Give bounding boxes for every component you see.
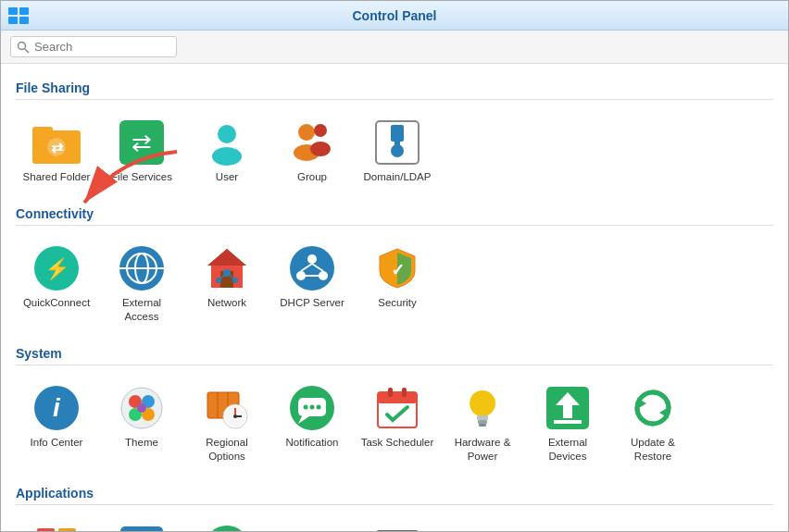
security-icon-wrap: ✓ — [373, 244, 421, 292]
system-grid: i Info Center Them — [16, 371, 773, 476]
external-devices-label: External Devices — [531, 436, 605, 464]
domain-ldap-icon-wrap — [373, 118, 421, 167]
regional-options-label: Regional Options — [190, 436, 264, 464]
icon-item-theme[interactable]: Theme — [101, 378, 182, 469]
search-input[interactable] — [34, 40, 164, 54]
update-restore-icon-wrap — [629, 384, 677, 432]
svg-point-17 — [314, 124, 327, 137]
svg-rect-85 — [120, 526, 163, 531]
indexing-service-icon-wrap — [203, 524, 251, 531]
application-portal-icon-wrap — [118, 524, 166, 531]
icon-item-security[interactable]: ✓ Security — [357, 239, 438, 329]
icon-item-shared-folder[interactable]: ⇄ Shared Folder — [16, 113, 97, 190]
icon-item-task-scheduler[interactable]: Task Scheduler — [357, 378, 438, 469]
connectivity-grid: ⚡ QuickConnect External Access — [16, 231, 773, 337]
icon-item-privileges[interactable]: Privileges — [16, 518, 97, 531]
update-restore-icon — [630, 385, 676, 431]
svg-rect-22 — [394, 142, 400, 149]
applications-grid: Privileges Application Portal — [16, 511, 773, 531]
shared-folder-sync-icon — [289, 525, 335, 531]
regional-options-icon-wrap — [203, 384, 251, 432]
quickconnect-label: QuickConnect — [23, 296, 90, 310]
shared-folder-icon-wrap: ⇄ — [32, 118, 81, 167]
svg-rect-8 — [32, 127, 53, 138]
icon-item-terminal-snmp[interactable]: >_ Terminal & SNMP — [357, 518, 438, 531]
svg-rect-3 — [19, 17, 29, 24]
svg-rect-95 — [376, 530, 419, 531]
icon-item-group[interactable]: Group — [271, 113, 353, 190]
svg-marker-30 — [207, 249, 246, 266]
icon-item-update-restore[interactable]: Update & Restore — [612, 378, 694, 469]
svg-rect-1 — [19, 7, 29, 15]
svg-text:i: i — [53, 393, 61, 422]
svg-rect-20 — [391, 125, 404, 142]
theme-icon — [119, 385, 165, 431]
svg-point-87 — [205, 526, 249, 531]
icon-item-info-center[interactable]: i Info Center — [16, 378, 97, 469]
icon-item-shared-folder-sync[interactable]: Shared Folder Sync — [271, 518, 353, 531]
external-access-label: External Access — [105, 296, 179, 324]
svg-point-14 — [212, 147, 242, 166]
terminal-snmp-icon-wrap: >_ — [373, 524, 421, 531]
external-access-icon — [119, 245, 165, 291]
icon-item-hardware-power[interactable]: Hardware & Power — [442, 378, 523, 469]
info-center-label: Info Center — [31, 436, 83, 450]
svg-point-72 — [470, 390, 495, 416]
shared-folder-label: Shared Folder — [23, 170, 91, 184]
user-label: User — [216, 170, 238, 184]
svg-text:✓: ✓ — [391, 261, 405, 279]
svg-point-15 — [298, 124, 315, 141]
application-portal-icon — [119, 525, 165, 531]
icon-item-dhcp-server[interactable]: DHCP Server — [271, 239, 353, 329]
security-icon: ✓ — [374, 245, 420, 291]
svg-rect-74 — [478, 420, 487, 424]
task-scheduler-icon — [374, 385, 420, 431]
svg-text:⇄: ⇄ — [51, 140, 64, 155]
icon-item-notification[interactable]: Notification — [271, 378, 353, 469]
section-header-file-sharing: File Sharing — [16, 80, 773, 100]
search-box[interactable] — [10, 36, 177, 57]
icon-item-external-access[interactable]: External Access — [101, 239, 182, 329]
icon-item-domain-ldap[interactable]: Domain/LDAP — [357, 113, 438, 190]
svg-point-61 — [233, 414, 237, 418]
icon-item-user[interactable]: User — [186, 113, 268, 190]
icon-item-external-devices[interactable]: External Devices — [527, 378, 608, 469]
icon-item-file-services[interactable]: ⇄ File Services — [101, 113, 182, 190]
domain-ldap-icon — [374, 119, 420, 166]
section-header-connectivity: Connectivity — [16, 206, 773, 226]
regional-options-icon — [204, 385, 250, 431]
svg-rect-75 — [479, 424, 486, 427]
domain-ldap-label: Domain/LDAP — [364, 170, 432, 184]
indexing-service-icon — [204, 525, 250, 531]
terminal-snmp-icon: >_ — [374, 525, 420, 531]
user-icon-wrap — [203, 118, 251, 167]
svg-rect-71 — [402, 388, 407, 397]
svg-rect-73 — [477, 415, 488, 420]
svg-rect-81 — [37, 528, 55, 531]
group-icon — [288, 119, 336, 166]
svg-text:⚡: ⚡ — [44, 256, 70, 281]
info-center-icon: i — [33, 385, 80, 431]
external-access-icon-wrap — [118, 244, 166, 292]
icon-item-quickconnect[interactable]: ⚡ QuickConnect — [16, 239, 97, 329]
svg-point-38 — [307, 254, 317, 264]
shared-folder-icon: ⇄ — [32, 121, 81, 164]
external-devices-icon — [545, 385, 591, 431]
privileges-icon — [33, 525, 80, 531]
security-label: Security — [378, 296, 417, 310]
update-restore-label: Update & Restore — [616, 436, 690, 464]
icon-item-application-portal[interactable]: Application Portal — [101, 518, 182, 531]
icon-item-regional-options[interactable]: Regional Options — [186, 378, 268, 469]
shared-folder-sync-icon-wrap — [288, 524, 336, 531]
svg-point-13 — [218, 125, 236, 143]
icon-item-network[interactable]: Network — [186, 239, 268, 329]
notification-label: Notification — [286, 436, 339, 450]
hardware-power-icon — [459, 385, 506, 431]
network-label: Network — [207, 296, 246, 310]
icon-item-indexing-service[interactable]: Indexing Service — [186, 518, 268, 531]
network-icon — [204, 245, 250, 291]
svg-point-65 — [304, 404, 308, 409]
svg-line-5 — [25, 48, 30, 53]
quickconnect-icon-wrap: ⚡ — [32, 244, 81, 292]
svg-point-52 — [137, 403, 146, 413]
